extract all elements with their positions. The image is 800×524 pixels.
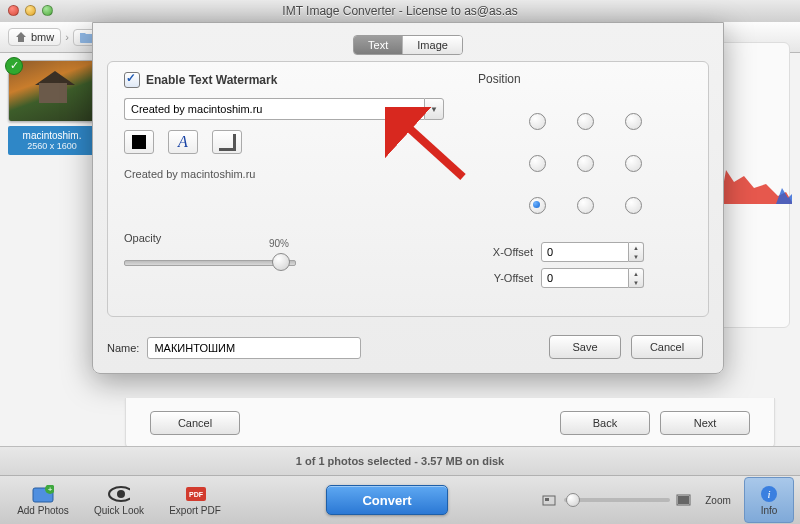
svg-rect-13 — [678, 496, 689, 504]
watermark-text-input[interactable] — [124, 98, 424, 120]
watermark-sheet: Text Image Enable Text Watermark ▼ A — [92, 22, 724, 374]
chevron-right-icon: › — [65, 31, 69, 43]
add-photos-icon: + — [32, 485, 54, 503]
zoom-in-icon[interactable] — [676, 493, 692, 507]
svg-text:i: i — [767, 488, 770, 500]
watermark-preview-text: Created by macintoshim.ru — [124, 168, 444, 180]
position-bottom-right[interactable] — [625, 197, 642, 214]
enable-watermark-label: Enable Text Watermark — [146, 73, 277, 87]
position-grid — [478, 100, 692, 226]
cancel-button[interactable]: Cancel — [631, 335, 703, 359]
combo-dropdown-arrow-icon[interactable]: ▼ — [424, 98, 444, 120]
tab-text[interactable]: Text — [354, 36, 403, 54]
thumbnail-sidebar: ✓ macintoshim. 2560 x 1600 — [8, 60, 104, 155]
font-picker-button[interactable]: A — [168, 130, 198, 154]
export-pdf-label: Export PDF — [169, 505, 221, 516]
breadcrumb-home[interactable]: bmw — [8, 28, 61, 46]
pdf-icon: PDF — [184, 485, 206, 503]
add-photos-label: Add Photos — [17, 505, 69, 516]
zoom-slider[interactable] — [564, 498, 670, 502]
position-middle-center[interactable] — [577, 155, 594, 172]
opacity-slider-knob[interactable] — [272, 253, 290, 271]
thumbnail-filename: macintoshim. — [8, 130, 96, 141]
photo-thumbnail[interactable]: ✓ — [8, 60, 98, 122]
add-photos-button[interactable]: + Add Photos — [6, 478, 80, 522]
x-offset-input[interactable] — [541, 242, 629, 262]
info-button[interactable]: i Info — [744, 477, 794, 523]
svg-text:+: + — [48, 485, 53, 494]
svg-rect-11 — [545, 498, 549, 501]
svg-text:PDF: PDF — [189, 491, 204, 498]
position-bottom-left[interactable] — [529, 197, 546, 214]
quick-look-button[interactable]: Quick Look — [82, 478, 156, 522]
text-color-swatch[interactable] — [124, 130, 154, 154]
quick-look-label: Quick Look — [94, 505, 144, 516]
position-top-right[interactable] — [625, 113, 642, 130]
tab-segmented-control: Text Image — [93, 35, 723, 55]
tab-image[interactable]: Image — [403, 36, 462, 54]
zoom-label: Zoom — [705, 495, 731, 506]
y-offset-input[interactable] — [541, 268, 629, 288]
enable-watermark-checkbox[interactable] — [124, 72, 140, 88]
info-label: Info — [761, 505, 778, 516]
window-controls — [8, 5, 53, 16]
wizard-button-row: Cancel Back Next — [125, 398, 775, 449]
shadow-toggle-button[interactable] — [212, 130, 242, 154]
wizard-back-button[interactable]: Back — [560, 411, 650, 435]
y-offset-stepper[interactable]: ▲▼ — [629, 268, 644, 288]
checkmark-badge-icon: ✓ — [5, 57, 23, 75]
wizard-cancel-button[interactable]: Cancel — [150, 411, 240, 435]
status-text: 1 of 1 photos selected - 3.57 MB on disk — [296, 455, 504, 467]
thumbnail-dimensions: 2560 x 1600 — [8, 141, 96, 151]
info-icon: i — [758, 485, 780, 503]
position-label: Position — [478, 72, 692, 86]
zoom-label-group: Zoom — [694, 478, 742, 522]
y-offset-label: Y-Offset — [478, 272, 533, 284]
histogram — [720, 162, 792, 204]
save-button[interactable]: Save — [549, 335, 621, 359]
zoom-window-button[interactable] — [42, 5, 53, 16]
position-middle-right[interactable] — [625, 155, 642, 172]
x-offset-label: X-Offset — [478, 246, 533, 258]
home-icon — [15, 31, 27, 43]
svg-point-7 — [117, 490, 125, 498]
preset-name-input[interactable] — [147, 337, 361, 359]
watermark-text-combo[interactable]: ▼ — [124, 98, 444, 120]
position-top-left[interactable] — [529, 113, 546, 130]
convert-button[interactable]: Convert — [326, 485, 448, 515]
window-title: IMT Image Converter - License to as@as.a… — [0, 4, 800, 18]
minimize-window-button[interactable] — [25, 5, 36, 16]
position-middle-left[interactable] — [529, 155, 546, 172]
zoom-control — [542, 493, 692, 507]
x-offset-stepper[interactable]: ▲▼ — [629, 242, 644, 262]
thumbnail-label: macintoshim. 2560 x 1600 — [8, 126, 96, 155]
eye-icon — [108, 485, 130, 503]
breadcrumb-home-label: bmw — [31, 31, 54, 43]
zoom-out-icon[interactable] — [542, 493, 558, 507]
opacity-slider-track[interactable] — [124, 260, 296, 266]
position-top-center[interactable] — [577, 113, 594, 130]
name-label: Name: — [107, 342, 139, 354]
export-pdf-button[interactable]: PDF Export PDF — [158, 478, 232, 522]
bottom-toolbar: + Add Photos Quick Look PDF Export PDF C… — [0, 476, 800, 524]
opacity-value: 90% — [269, 238, 289, 249]
workspace: bmw › ✓ macintoshim. 2560 x 1600 Te — [0, 22, 800, 448]
close-window-button[interactable] — [8, 5, 19, 16]
position-bottom-center[interactable] — [577, 197, 594, 214]
status-bar: 1 of 1 photos selected - 3.57 MB on disk — [0, 446, 800, 476]
zoom-slider-knob[interactable] — [566, 493, 580, 507]
wizard-next-button[interactable]: Next — [660, 411, 750, 435]
sheet-content-box: Enable Text Watermark ▼ A Created by mac… — [107, 61, 709, 317]
window-titlebar: IMT Image Converter - License to as@as.a… — [0, 0, 800, 23]
